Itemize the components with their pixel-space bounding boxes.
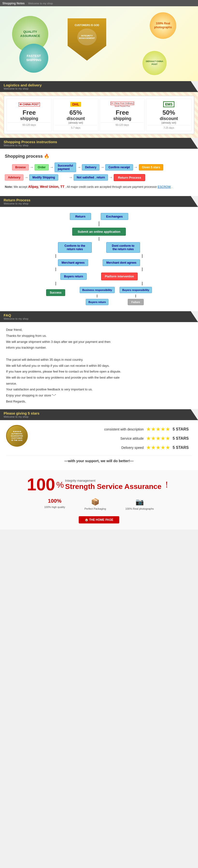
ret-conform-box: Conform to the return rules <box>58 242 92 253</box>
guarantee-badge: ★★★★★ AUTHENTIC GUARANTEE CUSTOMER IS TH… <box>6 425 28 447</box>
step-order: Order <box>35 164 49 170</box>
china-post-ordinary-logo: ✉ China Post Ordinary Small Packet Plus <box>101 101 144 108</box>
escrow-text: ESCROW <box>158 185 171 189</box>
footer-icons-row: 100% 100% high quality 📦 Perfect Packagi… <box>6 498 192 510</box>
stars-row-2: Service attitude ★★★★★ 5 STARS <box>31 435 192 442</box>
footer-exclaim: ！ <box>163 479 171 490</box>
shield-inner-circle: INTEGRITY MANAGEMENT <box>77 29 97 45</box>
hero-visual: QUALITY ASSURANCE FASTEST SHIPPING CUSTO… <box>0 6 198 81</box>
vert2 <box>99 237 99 241</box>
packaging-icon: 📦 <box>91 498 99 506</box>
faq-text: Dear friend, Thanks for shopping from us… <box>6 327 192 404</box>
footer-percent-sign: % <box>56 480 64 489</box>
card3-main: Free <box>101 109 144 116</box>
faq-line-4: inform you trackingn number. <box>6 345 192 351</box>
faq-header: FAQ Welcome to my shop <box>0 311 198 322</box>
card4-extra: (already set) <box>147 121 190 124</box>
vert1 <box>99 221 99 226</box>
fastest-bubble: FASTEST SHIPPING <box>19 44 48 73</box>
packaging-label: Perfect Packaging <box>85 507 106 510</box>
hero-top-sub: Welcome to my shop <box>28 2 53 5</box>
note-label: Note: <box>5 185 13 189</box>
step-browse: Browse <box>12 164 29 170</box>
footer-item-photos: 📷 100% Real photographs <box>125 498 154 510</box>
step-delivery: Delivery <box>82 164 99 170</box>
footer-tagline-container: Integrity management Strength Service As… <box>65 479 161 491</box>
shipping-card-4: EMS 50% discount (already set) 7-25 days <box>146 98 192 131</box>
faq-line-14: Best Regards, <box>6 399 192 405</box>
stars-row-3: Delivery speed ★★★★★ 5 STARS <box>31 444 192 451</box>
card2-days: 5-7 days <box>55 125 97 129</box>
return-section: Return Exchanges Submit an online applic… <box>0 207 198 311</box>
shield-container: CUSTOMERS IS GOD INTEGRITY MANAGEMENT <box>65 18 109 67</box>
hero-section: Shopping Notes Welcome to my shop <box>0 0 198 6</box>
logistics-section: ✈ ✉ CHINA POST Free shipping 60-120 days… <box>0 92 198 138</box>
home-btn[interactable]: 🏠 THE HOME PAGE <box>79 516 119 523</box>
faq-line-7: The parcel will delivered within 35 days… <box>6 357 192 363</box>
photos-icon: 📷 <box>135 498 144 506</box>
process-row2: Advisory → Modify Shipping → Not satisfi… <box>5 174 193 181</box>
card3-sub: shipping <box>101 116 144 121</box>
logistics-inner: ✉ CHINA POST Free shipping 60-120 days D… <box>4 96 194 134</box>
ret-buyers-return2: Buyers return <box>86 299 108 305</box>
faq-title: FAQ <box>4 313 194 317</box>
card1-sub: shipping <box>8 116 51 121</box>
faq-line-2: Thanks for shopping from us. <box>6 333 192 339</box>
card1-days: 60-120 days <box>8 122 51 126</box>
ems-logo: EMS <box>147 101 190 108</box>
footer-item-packaging: 📦 Perfect Packaging <box>85 498 106 510</box>
stars-section: ★★★★★ AUTHENTIC GUARANTEE CUSTOMER IS TH… <box>0 420 198 470</box>
dhl-logo: DHL <box>55 101 97 108</box>
return-title-header: Return Process <box>4 198 194 202</box>
footer-strength: Strength Service Assurance <box>65 483 161 491</box>
card2-main: 65% <box>55 109 97 116</box>
faq-line-11: service. <box>6 381 192 387</box>
ret-return-box: Return <box>70 213 91 220</box>
process-main-title: Shopping process 🔥 <box>5 154 193 159</box>
ret-dont-conform-box: Dont conform to the return rules <box>106 242 140 253</box>
shipping-card-3: ✉ China Post Ordinary Small Packet Plus … <box>100 98 145 131</box>
process-section: Shopping process 🔥 Browse → Order → Succ… <box>0 149 198 196</box>
return-sub-header: Welcome to my shop <box>4 202 194 205</box>
ret-failure: Failure <box>128 299 144 305</box>
shipping-card-1: ✉ CHINA POST Free shipping 60-120 days <box>6 98 52 131</box>
card4-main: 50% <box>147 109 190 116</box>
china-post-bubble: DEFAULT CHINA POST <box>142 51 167 75</box>
stars-label-1: consistent with description <box>31 427 144 431</box>
process-title-header: Shopping Process instructions <box>4 140 194 144</box>
shipping-card-2: DHL 65% discount (already set) 5-7 days <box>53 98 99 131</box>
step-modify: Modify Shipping <box>29 174 58 181</box>
card4-days: 7-25 days <box>147 125 190 129</box>
footer-item-quality: 100% 100% high quality <box>44 498 65 510</box>
hero-top-title: Shopping Notes <box>2 2 25 5</box>
quality-label: 100% high quality <box>44 505 65 508</box>
support-text: —with your support, we will do better!— <box>6 456 192 463</box>
shield-bottom-text: INTEGRITY MANAGEMENT <box>79 34 95 39</box>
faq-line-10: We will do our best to solve any problem… <box>6 375 192 381</box>
ret-merchant-agrees: Merchant agrees <box>58 259 88 266</box>
faq-sub: Welcome to my shop <box>4 317 194 320</box>
ret-buyers-resp: Buyers responsibility <box>120 287 152 293</box>
success-resp-row: Success Business responsibility Buyers r… <box>20 287 178 305</box>
card4-sub: discount <box>147 116 190 121</box>
stars-sub: Welcome to my shop <box>4 415 194 418</box>
step-advisory: Advisory <box>5 174 24 181</box>
payment-methods: Alipay, West Union, TT <box>28 185 64 189</box>
quality-number: 100% <box>48 498 61 504</box>
logistics-title: Logistics and delivery <box>4 83 194 87</box>
stars-rows-container: consistent with description ★★★★★ 5 STAR… <box>31 425 192 451</box>
card2-sub: discount <box>55 116 97 121</box>
process-row1: Browse → Order → Successfulpayment → Del… <box>12 162 193 172</box>
conform-row: Conform to the return rules Dont conform… <box>20 242 178 253</box>
faq-line-9: If you have any problems, please feel fr… <box>6 369 192 375</box>
faq-line-3: We will arrange shipment within 3 days a… <box>6 339 192 345</box>
faq-line-13: Enjoy your shopping in our store "~" <box>6 393 192 399</box>
footer-main-line: 100 % Integrity management Strength Serv… <box>6 476 192 493</box>
faq-line-12: Your satisfaction and positive feedback … <box>6 386 192 393</box>
footer-100-number: 100 <box>27 476 55 493</box>
hundred-bubble: 100% Real photographs <box>150 12 176 39</box>
ret-buyers-return1: Buyers return <box>60 273 87 280</box>
process-header: Shopping Process instructions Welcome to… <box>0 138 198 149</box>
faq-line-8: We will full refund you or reship if you… <box>6 363 192 369</box>
logistics-header: Logistics and delivery Welcome to my sho… <box>0 81 198 92</box>
